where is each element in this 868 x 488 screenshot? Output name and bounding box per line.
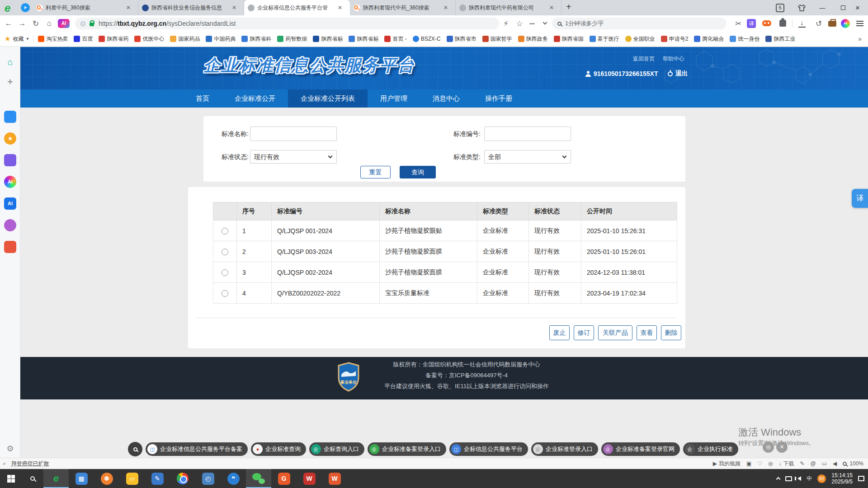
tab-close-icon[interactable]: ✕	[232, 5, 236, 11]
display-icon[interactable]	[785, 476, 792, 481]
nav-item-standard-public[interactable]: 企业标准公开	[222, 89, 288, 108]
pinned-tab-icon[interactable]: ➤	[21, 3, 30, 12]
bookmark-item[interactable]: 优医中心	[134, 35, 164, 43]
sidebar-star-app-icon[interactable]: ★	[4, 132, 16, 145]
reset-button[interactable]: 重置	[360, 166, 391, 178]
tab-close-icon[interactable]: ✕	[443, 5, 448, 11]
table-row[interactable]: 1Q/LJQSP 001-2024沙苑子植物凝胶眼贴 企业标准现行有效2025-…	[213, 221, 677, 241]
abolish-button[interactable]: 废止	[549, 325, 570, 340]
delete-button[interactable]: 删除	[661, 325, 681, 340]
taskbar-wechat[interactable]	[246, 469, 271, 488]
sidebar-add-icon[interactable]: +	[4, 76, 16, 89]
quick-search-button[interactable]	[128, 442, 142, 456]
taskbar-word-app[interactable]: W	[322, 469, 347, 488]
quick-link[interactable]: 企企业标准备案登录官网	[601, 442, 680, 456]
download-manager-button[interactable]: ↓下载	[778, 460, 794, 468]
bookmark-item[interactable]: 药智数据	[277, 35, 307, 43]
translate-float-tab[interactable]: 译	[852, 189, 868, 208]
zoom-control[interactable]: 100%	[843, 460, 863, 467]
feedback-icon[interactable]: @	[811, 460, 816, 467]
tab-2[interactable]: 陕西省科技业务综合服务信息 ✕	[138, 0, 244, 15]
quick-link[interactable]: 企企标查询入口	[309, 442, 364, 456]
table-row[interactable]: 4Q/YBZ00202022-2022宝宝乐质量标准 企业标准现行有效2023-…	[213, 283, 677, 304]
taskbar-wps-writer[interactable]: W	[297, 469, 322, 488]
sidebar-settings-gear-icon[interactable]: ⚙	[4, 443, 16, 455]
quick-launch-icon[interactable]: ⚡	[500, 15, 512, 32]
screenshot-scissors-icon[interactable]: ✂	[732, 15, 744, 32]
minimize-button[interactable]: —	[812, 0, 833, 15]
return-home-link[interactable]: 返回首页	[633, 55, 655, 63]
related-products-button[interactable]: 关联产品	[598, 325, 632, 340]
game-center-icon[interactable]	[762, 20, 771, 26]
ai-assistant-icon[interactable]: AI	[58, 19, 70, 28]
taskbar-contacts-app[interactable]: ◴	[195, 469, 221, 488]
url-text[interactable]: https://tbxt.qybz.org.cn/sysDeclare/stan…	[99, 20, 236, 27]
standard-name-input[interactable]	[250, 127, 337, 141]
heart-icon[interactable]: ♡	[757, 460, 762, 467]
bookmark-item[interactable]: 陕西工业	[765, 35, 795, 43]
sidebar-app-blue-icon[interactable]	[4, 111, 16, 123]
translate-icon[interactable]: 译	[747, 19, 756, 28]
table-row[interactable]: 3Q/LJQSP 002-2024沙苑子植物凝胶面膜 企业标准现行有效2024-…	[213, 262, 677, 283]
taskbar-app-paw[interactable]: ✽	[94, 469, 119, 488]
more-options-icon[interactable]: •••	[526, 15, 538, 32]
query-button[interactable]: 查询	[400, 166, 436, 178]
dropdown-chevron-icon[interactable]	[539, 15, 551, 32]
bookmark-item[interactable]: 两化融合	[694, 35, 724, 43]
taskbar-search-button[interactable]	[22, 469, 43, 488]
tab-4[interactable]: O, 陕西利君现代中药_360搜索 ✕	[350, 0, 456, 15]
taskbar-dev-tool[interactable]: G	[271, 469, 297, 488]
ai-circle-icon[interactable]: AI	[841, 19, 850, 28]
tab-close-icon[interactable]: ✕	[126, 5, 131, 11]
forward-button[interactable]: →	[16, 15, 28, 32]
table-row[interactable]: 2Q/LJQSP 003-2024沙苑子植物凝胶面膜 企业标准现行有效2025-…	[213, 241, 677, 262]
bookmark-item[interactable]: 国家哲学	[482, 35, 512, 43]
bookmark-item[interactable]: 中国药典	[206, 35, 236, 43]
window-layout-icon[interactable]: ▭	[822, 460, 827, 467]
ring-icon[interactable]: ◎	[768, 460, 773, 467]
float-widget-button[interactable]: ◎	[763, 441, 774, 453]
lock-icon[interactable]	[90, 23, 94, 26]
toolbar-search-box[interactable]: 1分钟读多少字	[552, 18, 726, 29]
skin-brush-icon[interactable]: ✎	[800, 460, 804, 467]
standard-code-input[interactable]	[484, 127, 571, 141]
nav-item-user-management[interactable]: 用户管理	[368, 89, 420, 108]
revise-button[interactable]: 修订	[574, 325, 594, 340]
home-button[interactable]: ⌂	[43, 15, 55, 32]
refresh-button[interactable]: ↻	[30, 15, 42, 32]
sidebar-game-app-icon[interactable]	[4, 154, 16, 166]
menu-icon[interactable]	[856, 23, 863, 24]
browser-360-logo-icon[interactable]: e	[5, 2, 10, 14]
bookmark-item[interactable]: 陕西省药	[99, 35, 128, 43]
taskbar-notes-app[interactable]: ✎	[145, 469, 170, 488]
quick-link[interactable]: ●企业标准查询	[251, 442, 306, 456]
quick-link[interactable]: 企企业执行标准	[683, 442, 738, 456]
back-button[interactable]: ←	[3, 15, 14, 32]
tab-count-badge[interactable]: 5	[776, 4, 784, 12]
bookmark-item[interactable]: 申请号2	[661, 35, 689, 43]
help-center-link[interactable]: 帮助中心	[663, 55, 684, 63]
bookmark-item[interactable]: 基于医疗	[590, 35, 619, 43]
row-radio[interactable]	[222, 249, 228, 255]
taskbar-messenger-app[interactable]: ❝	[221, 469, 246, 488]
row-radio[interactable]	[222, 228, 228, 235]
bookmark-item[interactable]: 陕西省标	[349, 35, 378, 43]
site-info-icon[interactable]	[80, 21, 85, 26]
bookmark-item[interactable]: 百度	[74, 35, 93, 43]
sidebar-ai-blue-icon[interactable]: AI	[4, 197, 16, 210]
bookmark-item[interactable]: 陕西省市	[447, 35, 476, 43]
extensions-icon[interactable]	[779, 20, 786, 27]
new-tab-button[interactable]: +	[566, 2, 571, 12]
tab-close-icon[interactable]: ✕	[338, 5, 342, 11]
standard-status-select[interactable]: 现行有效	[250, 150, 337, 164]
quick-link[interactable]: ◫企标信息公共服务平台	[449, 442, 528, 456]
tab-1[interactable]: O, 利君中药_360搜索 ✕	[33, 0, 138, 15]
quick-link[interactable]: 企企业标准备案登录入口	[368, 442, 446, 456]
history-undo-icon[interactable]: ↺	[813, 15, 825, 32]
sidebar-ai-rainbow-icon[interactable]: Ai	[4, 176, 16, 188]
tab-close-icon[interactable]: ✕	[549, 5, 554, 11]
shield-icon[interactable]: ▣	[746, 460, 751, 467]
quick-link[interactable]: ◫企业标准信息公共服务平台备案	[146, 442, 248, 456]
sidebar-home-icon[interactable]: ⌂	[4, 56, 16, 69]
address-bar[interactable]: https://tbxt.qybz.org.cn/sysDeclare/stan…	[75, 18, 499, 29]
